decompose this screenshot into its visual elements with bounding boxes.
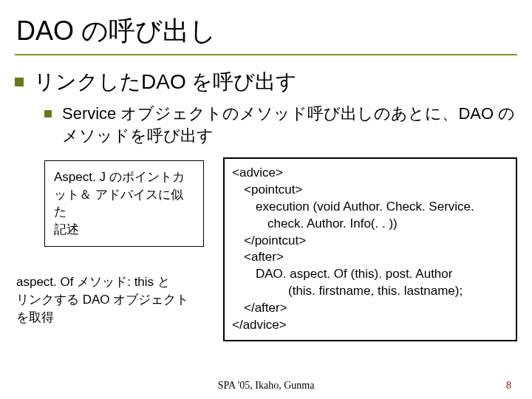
code-line: check. Author. Info(. . ))	[232, 216, 508, 233]
code-line: </advice>	[232, 317, 508, 334]
note-line: Aspect. J のポイントカ	[54, 168, 194, 186]
aspect-note-line: リンクする DAO オブジェクト	[16, 291, 214, 309]
bullet-square-icon	[15, 78, 24, 86]
note-line: ット＆ アドバイスに似た	[54, 186, 194, 222]
bullet-small-square-icon	[44, 110, 52, 117]
left-column: Aspect. J のポイントカ ット＆ アドバイスに似た 記述 aspect.…	[15, 157, 214, 341]
code-line: execution (void Author. Check. Service.	[232, 199, 508, 216]
code-line: </after>	[232, 300, 508, 317]
note-box: Aspect. J のポイントカ ット＆ アドバイスに似た 記述	[44, 160, 204, 247]
bullet-level2: Service オブジェクトのメソッド呼び出しのあとに、DAO のメソッドを呼び…	[44, 103, 517, 146]
code-box: <advice> <pointcut> execution (void Auth…	[223, 157, 517, 341]
note-line: 記述	[54, 221, 194, 239]
aspect-note-line: aspect. Of メソッド: this と	[16, 273, 214, 291]
aspect-note-line: を取得	[16, 309, 214, 327]
code-line: </pointcut>	[232, 233, 508, 250]
title-rule	[15, 54, 517, 55]
bullet1-text: リンクしたDAO を呼び出す	[34, 69, 297, 95]
slide: DAO の呼び出し リンクしたDAO を呼び出す Service オブジェクトの…	[0, 0, 532, 399]
footer: SPA '05, Ikaho, Gunma 8	[0, 380, 532, 392]
code-line: <advice>	[232, 165, 508, 182]
code-line: (this. firstname, this. lastname);	[232, 283, 508, 300]
code-line: <after>	[232, 249, 508, 266]
slide-title: DAO の呼び出し	[16, 13, 517, 50]
bullet2-text: Service オブジェクトのメソッド呼び出しのあとに、DAO のメソッドを呼び…	[62, 103, 517, 146]
aspect-note: aspect. Of メソッド: this と リンクする DAO オブジェクト…	[16, 273, 214, 326]
code-line: <pointcut>	[232, 182, 508, 199]
page-number: 8	[506, 380, 511, 392]
lower-area: Aspect. J のポイントカ ット＆ アドバイスに似た 記述 aspect.…	[15, 157, 517, 341]
bullet-level1: リンクしたDAO を呼び出す	[15, 69, 517, 95]
code-line: DAO. aspect. Of (this). post. Author	[232, 266, 508, 283]
footer-center: SPA '05, Ikaho, Gunma	[0, 380, 532, 392]
